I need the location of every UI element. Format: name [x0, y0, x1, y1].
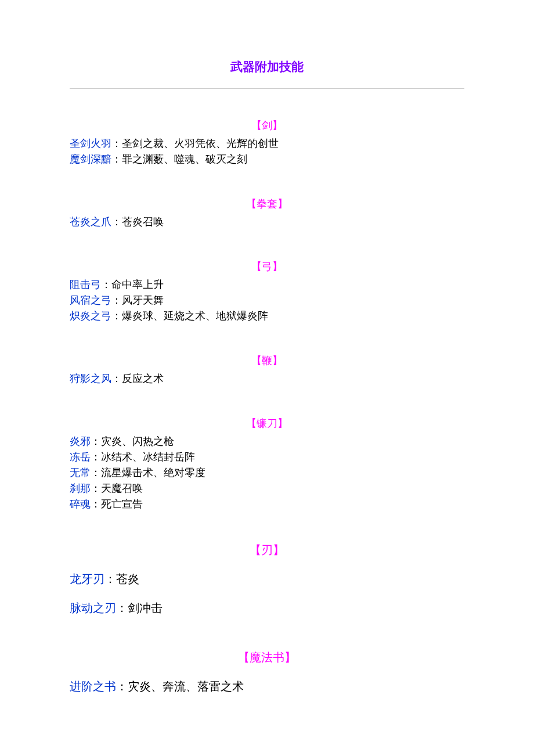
skill-list: 剑冲击: [128, 602, 163, 614]
weapon-name: 脉动之刃: [70, 602, 116, 614]
skill-list: 灾炎、奔流、落雷之术: [128, 680, 244, 693]
skill-list: 罪之渊薮、噬魂、破灭之刻: [122, 153, 247, 165]
section-header: 【拳套】: [70, 196, 464, 212]
separator: ：: [111, 373, 122, 384]
skill-list: 苍炎召唤: [122, 216, 164, 228]
skill-list: 反应之术: [122, 373, 164, 384]
weapon-entry: 进阶之书：灾炎、奔流、落雷之术: [70, 678, 464, 695]
weapon-entry: 魔剑深黯：罪之渊薮、噬魂、破灭之刻: [70, 152, 464, 167]
separator: ：: [91, 435, 101, 447]
weapon-name: 阻击弓: [70, 279, 101, 290]
weapon-entry: 冻岳：冰结术、冰结封岳阵: [70, 449, 464, 465]
weapon-name: 龙牙刃: [70, 573, 104, 585]
separator: ：: [91, 451, 101, 463]
weapon-name: 进阶之书: [70, 680, 116, 693]
skill-list: 爆炎球、延烧之术、地狱爆炎阵: [122, 310, 268, 322]
separator: ：: [104, 573, 116, 585]
weapon-entry: 阻击弓：命中率上升: [70, 277, 464, 293]
weapon-entry: 狩影之风：反应之术: [70, 371, 464, 387]
separator: ：: [111, 216, 122, 228]
section-header: 【魔法书】: [70, 649, 464, 666]
weapon-name: 狩影之风: [70, 373, 111, 384]
separator: ：: [116, 602, 128, 614]
weapon-entry: 龙牙刃：苍炎: [70, 570, 464, 588]
skill-list: 流星爆击术、绝对零度: [101, 467, 205, 478]
skill-list: 命中率上升: [111, 279, 164, 290]
weapon-name: 圣剑火羽: [70, 138, 111, 149]
separator: ：: [116, 680, 128, 693]
separator: ：: [111, 153, 122, 165]
weapon-name: 碎魂: [70, 498, 91, 510]
section-header: 【刃】: [70, 541, 464, 559]
weapon-entry: 炎邪：灾炎、闪热之枪: [70, 434, 464, 449]
weapon-entry: 碎魂：死亡宣告: [70, 496, 464, 512]
skill-list: 苍炎: [116, 573, 139, 585]
weapon-name: 炽炎之弓: [70, 310, 111, 322]
separator: ：: [111, 310, 122, 322]
section-header: 【鞭】: [70, 353, 464, 369]
skill-list: 冰结术、冰结封岳阵: [101, 451, 195, 463]
weapon-name: 风宿之弓: [70, 294, 111, 306]
skill-list: 天魔召唤: [101, 483, 143, 494]
separator: ：: [111, 138, 122, 149]
weapon-entry: 圣剑火羽：圣剑之裁、火羽凭依、光辉的创世: [70, 136, 464, 152]
section-header: 【剑】: [70, 118, 464, 134]
weapon-entry: 炽炎之弓：爆炎球、延烧之术、地狱爆炎阵: [70, 308, 464, 324]
weapon-name: 刹那: [70, 483, 91, 494]
weapon-entry: 脉动之刃：剑冲击: [70, 599, 464, 617]
weapon-entry: 刹那：天魔召唤: [70, 481, 464, 496]
separator: ：: [91, 467, 101, 478]
separator: ：: [91, 483, 101, 494]
separator: ：: [91, 498, 101, 510]
page-title: 武器附加技能: [70, 58, 464, 77]
weapon-name: 炎邪: [70, 435, 91, 447]
skill-list: 死亡宣告: [101, 498, 143, 510]
weapon-name: 冻岳: [70, 451, 91, 463]
weapon-entry: 苍炎之爪：苍炎召唤: [70, 214, 464, 230]
section-header: 【弓】: [70, 259, 464, 275]
weapon-entry: 风宿之弓：风牙天舞: [70, 293, 464, 308]
weapon-entry: 无常：流星爆击术、绝对零度: [70, 465, 464, 481]
separator: ：: [101, 279, 111, 290]
skill-list: 风牙天舞: [122, 294, 164, 306]
content-body: 【剑】圣剑火羽：圣剑之裁、火羽凭依、光辉的创世魔剑深黯：罪之渊薮、噬魂、破灭之刻…: [70, 118, 464, 695]
divider: [70, 88, 464, 89]
skill-list: 圣剑之裁、火羽凭依、光辉的创世: [122, 138, 279, 149]
skill-list: 灾炎、闪热之枪: [101, 435, 174, 447]
weapon-name: 无常: [70, 467, 91, 478]
section-header: 【镰刀】: [70, 416, 464, 431]
weapon-name: 魔剑深黯: [70, 153, 111, 165]
weapon-name: 苍炎之爪: [70, 216, 111, 228]
separator: ：: [111, 294, 122, 306]
